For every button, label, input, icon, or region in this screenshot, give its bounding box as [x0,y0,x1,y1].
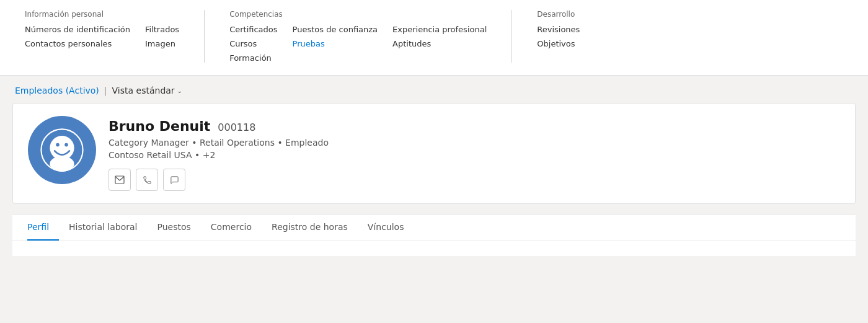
email-icon [115,175,125,184]
phone-button[interactable] [136,169,158,191]
list-divider: | [104,86,107,95]
menu-column-desarrollo-0: RevisionesObjetivos [537,25,580,48]
svg-point-2 [56,143,60,147]
menu-link-certificados[interactable]: Certificados [229,25,277,34]
menu-link-números-de-identificación[interactable]: Números de identificación [25,25,130,34]
department: Retail Operations [200,138,275,148]
menu-link-contactos-personales[interactable]: Contactos personales [25,39,130,48]
list-header: Empleados (Activo) | Vista estándar ⌄ [12,86,856,95]
menu-column-competencias-1: Puestos de confianzaPruebas [293,25,378,63]
meta-dot2: • [277,138,285,148]
tab-registro-de-horas[interactable]: Registro de horas [262,215,358,241]
tab-historial-laboral[interactable]: Historial laboral [59,215,147,241]
employee-info: Bruno Denuit 000118 Category Manager • R… [108,116,840,191]
org-dot: • [195,150,203,160]
meta-dot1: • [192,138,200,148]
menu-link-experiencia-profesional[interactable]: Experiencia profesional [392,25,487,34]
menu-column-competencias-2: Experiencia profesionalAptitudes [392,25,487,63]
employee-org-line: Contoso Retail USA • +2 [108,150,840,160]
menu-section-desarrollo: DesarrolloRevisionesObjetivos [537,10,580,63]
bottom-area [12,241,856,256]
employee-type: Empleado [285,138,329,148]
menu-link-formación[interactable]: Formación [229,53,277,63]
main-content: Empleados (Activo) | Vista estándar ⌄ [0,76,868,266]
job-title: Category Manager [108,138,189,148]
extra-count: +2 [203,150,216,160]
menu-link-revisiones[interactable]: Revisiones [537,25,580,34]
menu-section-title-competencias: Competencias [229,10,487,19]
action-buttons [108,169,840,191]
employee-meta-line1: Category Manager • Retail Operations • E… [108,138,840,148]
menu-column-informacion-personal-0: Números de identificaciónContactos perso… [25,25,130,48]
menu-link-filtrados[interactable]: Filtrados [145,25,179,34]
chevron-down-icon: ⌄ [177,87,182,94]
menu-link-pruebas[interactable]: Pruebas [293,39,378,48]
chat-button[interactable] [163,169,185,191]
menu-section-title-informacion-personal: Información personal [25,10,179,19]
view-selector[interactable]: Vista estándar ⌄ [112,86,182,95]
menu-link-objetivos[interactable]: Objetivos [537,39,580,48]
menu-items-informacion-personal: Números de identificaciónContactos perso… [25,25,179,48]
email-button[interactable] [108,169,131,191]
tab-comercio[interactable]: Comercio [201,215,262,241]
employee-name: Bruno Denuit [108,118,210,134]
menu-items-desarrollo: RevisionesObjetivos [537,25,580,48]
employee-card: Bruno Denuit 000118 Category Manager • R… [12,103,856,204]
list-title-link[interactable]: Empleados (Activo) [15,86,99,95]
menu-link-cursos[interactable]: Cursos [229,39,277,48]
svg-rect-5 [115,176,124,184]
menu-section-competencias: CompetenciasCertificadosCursosFormaciónP… [229,10,512,63]
top-menu: Información personalNúmeros de identific… [0,0,868,76]
tab-puestos[interactable]: Puestos [148,215,201,241]
menu-column-informacion-personal-1: FiltradosImagen [145,25,179,48]
avatar [28,116,96,184]
svg-point-4 [50,156,74,172]
menu-section-informacion-personal: Información personalNúmeros de identific… [25,10,205,63]
menu-section-title-desarrollo: Desarrollo [537,10,580,19]
employee-name-row: Bruno Denuit 000118 [108,118,840,134]
phone-icon [143,175,152,185]
chat-icon [170,175,179,185]
employee-id: 000118 [218,122,255,133]
avatar-container [28,116,96,184]
tab-vinculos[interactable]: Vínculos [358,215,414,241]
menu-link-imagen[interactable]: Imagen [145,39,179,48]
company-name: Contoso Retail USA [108,150,192,160]
avatar-icon [40,128,84,172]
menu-link-aptitudes[interactable]: Aptitudes [392,39,487,48]
menu-link-puestos-de-confianza[interactable]: Puestos de confianza [293,25,378,34]
menu-items-competencias: CertificadosCursosFormaciónPuestos de co… [229,25,487,63]
tabs-container: PerfilHistorial laboralPuestosComercioRe… [12,214,856,241]
svg-point-3 [64,143,68,147]
menu-column-competencias-0: CertificadosCursosFormación [229,25,277,63]
tab-perfil[interactable]: Perfil [27,215,59,241]
view-selector-label: Vista estándar [112,86,175,95]
